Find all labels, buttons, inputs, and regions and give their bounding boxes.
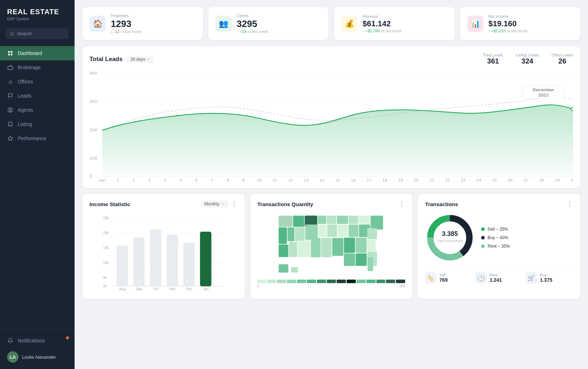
map-card: Transactions Quantity ⋮	[250, 194, 413, 299]
svg-text:15k: 15k	[103, 246, 109, 250]
svg-rect-102	[278, 244, 288, 257]
leads-title-row: Total Leads 30 days	[89, 56, 154, 63]
income-header-right: Monthly ⋮	[201, 200, 238, 208]
leads-header: Total Leads 30 days Total Leads 361 List…	[89, 53, 573, 65]
leads-stat-value: 361	[483, 57, 503, 65]
stat-cards-row: 🏠 Properties 1293 ↓ -12 vs last month 👥 …	[82, 7, 580, 40]
transactions-title: Transactions	[425, 201, 458, 207]
map-legend-min: 0	[257, 284, 260, 288]
map-legend: 0 300	[257, 280, 405, 288]
legend-dot-rent	[481, 244, 485, 248]
donut-section: 3.385 Total Transactions Sell – 25% Buy …	[425, 213, 573, 263]
stat-card-netincome: 📊 Net Income $19.160 ↑ +$1.210 vs last m…	[460, 7, 581, 40]
search-container	[6, 28, 69, 39]
svg-text:19: 19	[398, 178, 403, 182]
stat-label: Properties	[111, 13, 196, 18]
svg-text:100: 100	[89, 156, 97, 161]
sidebar-bottom: Notifications LA Leslie Alexander	[0, 329, 75, 369]
svg-rect-84	[293, 216, 304, 227]
svg-text:22: 22	[445, 178, 450, 182]
user-profile[interactable]: LA Leslie Alexander	[0, 348, 75, 366]
sidebar: REAL ESTATE ERP System Dashboard Brokera…	[0, 0, 75, 369]
legend-label-sell: Sell – 25%	[488, 227, 508, 232]
svg-text:21: 21	[430, 178, 434, 182]
income-title: Income Statistic	[89, 201, 130, 207]
period-label: 30 days	[130, 57, 145, 62]
svg-rect-89	[337, 216, 348, 224]
sidebar-item-dashboard[interactable]: Dashboard	[0, 46, 75, 60]
svg-rect-106	[321, 238, 332, 257]
stat-value: $61.142	[363, 20, 447, 28]
svg-text:400: 400	[89, 71, 97, 76]
search-input[interactable]	[17, 31, 65, 36]
svg-rect-115	[368, 257, 373, 271]
svg-rect-117	[291, 267, 298, 273]
map-title: Transactions Quantity	[257, 201, 314, 207]
legend-sell: Sell – 25%	[481, 227, 510, 232]
us-map	[257, 213, 405, 277]
income-bar-chart: 25k 20k 15k 10k 5k 0k Aug S	[89, 213, 238, 291]
map-card-header: Transactions Quantity ⋮	[257, 200, 405, 208]
map-menu-button[interactable]: ⋮	[398, 200, 405, 208]
trans-buy: 🛒 Buy 1.375	[526, 272, 573, 283]
svg-text:11: 11	[272, 178, 277, 182]
svg-rect-79	[183, 243, 195, 286]
sidebar-item-brokerage[interactable]: Brokerage	[0, 60, 75, 75]
main-content: 🏠 Properties 1293 ↓ -12 vs last month 👥 …	[75, 0, 588, 369]
legend-label-buy: Buy – 40%	[488, 235, 508, 240]
svg-rect-73	[133, 237, 145, 286]
leads-chart-card: Total Leads 30 days Total Leads 361 List…	[82, 46, 580, 188]
stat-info: Net Income $19.160 ↑ +$1.210 vs last mon…	[489, 14, 573, 33]
svg-point-12	[10, 109, 11, 110]
stat-info: Clients 3295 ↑ +33 vs last month	[237, 13, 322, 34]
svg-rect-94	[287, 227, 294, 241]
sidebar-item-offices[interactable]: Offices	[0, 75, 75, 89]
svg-text:8: 8	[227, 178, 229, 182]
transactions-menu-button[interactable]: ⋮	[566, 200, 573, 208]
svg-rect-91	[359, 216, 370, 224]
trans-rent-info: Rent 1.241	[490, 273, 502, 283]
sidebar-item-label: Agents	[18, 107, 33, 113]
income-menu-button[interactable]: ⋮	[231, 200, 238, 208]
stat-change: ↑ +$2.399 vs last month	[363, 29, 447, 33]
legend-dot-sell	[481, 227, 485, 231]
svg-rect-81	[200, 232, 211, 286]
stat-card-revenue: 💰 Revenue $61.142 ↑ +$2.399 vs last mont…	[334, 7, 454, 40]
svg-text:15: 15	[335, 178, 340, 182]
bookmark-icon	[7, 121, 13, 127]
svg-rect-116	[278, 264, 288, 272]
stat-value: 3295	[237, 19, 322, 28]
svg-text:23: 23	[461, 178, 466, 182]
svg-rect-77	[167, 235, 178, 286]
svg-rect-5	[11, 54, 12, 55]
revenue-icon: 💰	[341, 16, 358, 32]
svg-text:4: 4	[164, 178, 166, 182]
svg-text:Aug: Aug	[119, 287, 125, 291]
transactions-card: Transactions ⋮ 3.385 Total Tra	[418, 194, 580, 299]
stat-label: Revenue	[363, 14, 447, 18]
sidebar-item-leads[interactable]: Leads	[0, 89, 75, 103]
svg-text:3.385: 3.385	[442, 230, 458, 237]
user-circle-icon	[7, 107, 13, 113]
svg-rect-92	[370, 216, 383, 230]
sidebar-item-notifications[interactable]: Notifications	[0, 334, 75, 348]
sidebar-item-listing[interactable]: Listing	[0, 117, 75, 131]
income-period-selector[interactable]: Monthly	[201, 200, 228, 208]
donut-legend: Sell – 25% Buy – 40% Rent – 35%	[481, 227, 510, 249]
svg-text:9: 9	[242, 178, 245, 182]
svg-rect-96	[305, 225, 317, 240]
svg-rect-87	[318, 216, 326, 224]
sidebar-item-performance[interactable]: Performance	[0, 131, 75, 145]
flag-icon	[7, 93, 13, 99]
stat-card-clients: 👥 Clients 3295 ↑ +33 vs last month	[208, 7, 329, 40]
sidebar-item-agents[interactable]: Agents	[0, 103, 75, 117]
income-period-label: Monthly	[205, 202, 219, 206]
rent-value: 1.241	[490, 277, 502, 283]
leads-stat-value: 324	[516, 57, 539, 65]
svg-text:24: 24	[477, 178, 481, 182]
grid-icon	[7, 50, 13, 56]
leads-period-selector[interactable]: 30 days	[127, 56, 154, 63]
avatar: LA	[7, 351, 18, 363]
svg-text:25k: 25k	[103, 216, 109, 220]
svg-text:12: 12	[288, 178, 293, 182]
